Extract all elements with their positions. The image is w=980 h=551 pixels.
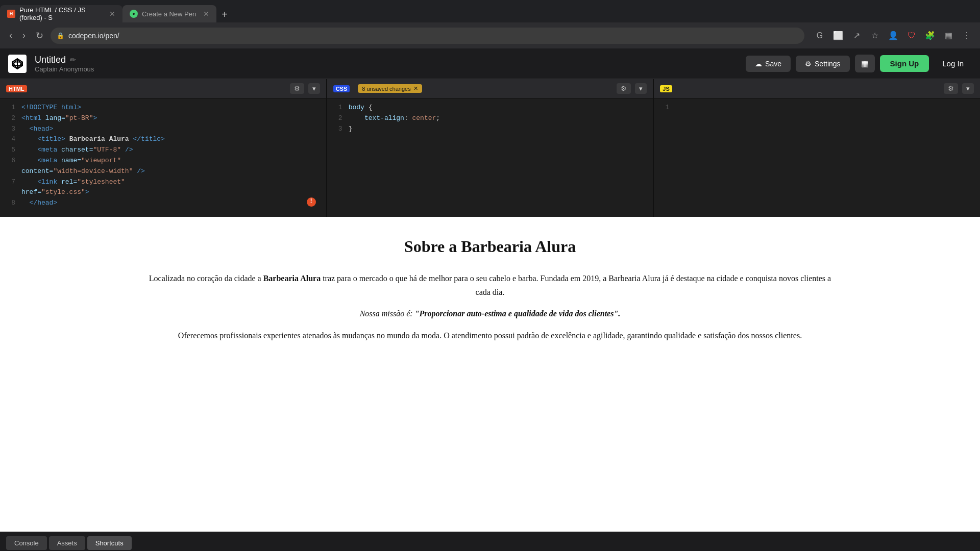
- js-expand-btn[interactable]: ▾: [962, 83, 974, 94]
- css-panel-actions: ⚙ ▾: [617, 83, 647, 94]
- extensions-icon[interactable]: 🧩: [923, 29, 937, 43]
- css-code-area[interactable]: 1body { 2 text-align: center; 3}: [327, 98, 653, 217]
- css-panel: CSS 8 unsaved changes ✕ ⚙ ▾ 1body { 2 te…: [327, 79, 654, 217]
- js-panel: JS ⚙ ▾ 1: [654, 79, 980, 217]
- pen-author: Captain Anonymous: [35, 65, 738, 73]
- cloud-icon: ☁: [755, 60, 762, 68]
- tab-label-inactive: Create a New Pen: [142, 10, 196, 18]
- preview-para1: Localizada no coração da cidade a Barbea…: [143, 271, 837, 299]
- error-indicator: !: [307, 197, 316, 207]
- layout-button[interactable]: ▦: [855, 55, 875, 72]
- code-line: 1<!DOCTYPE html>: [6, 103, 320, 113]
- preview-area: Sobre a Barbearia Alura Localizada no co…: [0, 217, 980, 532]
- css-panel-header: CSS 8 unsaved changes ✕ ⚙ ▾: [327, 79, 653, 98]
- new-tab-button[interactable]: +: [216, 9, 233, 20]
- code-line: 8 </head>: [6, 198, 320, 209]
- js-settings-btn[interactable]: ⚙: [944, 83, 958, 94]
- assets-tab[interactable]: Assets: [49, 536, 85, 550]
- reload-button[interactable]: ↻: [33, 28, 46, 43]
- bottom-bar: Console Assets Shortcuts: [0, 532, 980, 551]
- html-tab-icon: H: [7, 10, 15, 18]
- code-line: href="style.css">: [6, 187, 320, 198]
- codepen-header: Untitled ✏ Captain Anonymous ☁ Save ⚙ Se…: [0, 48, 980, 79]
- browser-actions: G ⬜ ↗ ☆ 👤 🛡 🧩 ▦ ⋮: [813, 29, 974, 43]
- tab-bar: H Pure HTML / CSS / JS (forked) - S ✕ ● …: [0, 0, 980, 22]
- code-line: 3 <head>: [6, 124, 320, 135]
- translate-icon[interactable]: ⬜: [831, 29, 845, 43]
- shortcuts-tab[interactable]: Shortcuts: [87, 536, 132, 550]
- google-icon[interactable]: G: [813, 29, 827, 43]
- editors-row: HTML ⚙ ▾ 1<!DOCTYPE html> 2<html lang="p…: [0, 79, 980, 217]
- code-line: 5 <meta charset="UTF-8" />: [6, 145, 320, 156]
- back-button[interactable]: ‹: [6, 28, 15, 43]
- tab-close-inactive[interactable]: ✕: [203, 10, 209, 18]
- code-line: 6 <meta name="viewport": [6, 156, 320, 166]
- preview-title: Sobre a Barbearia Alura: [143, 237, 837, 256]
- preview-content: Sobre a Barbearia Alura Localizada no co…: [122, 217, 857, 363]
- code-line: 1body {: [333, 103, 647, 113]
- mission-italic: "Proporcionar auto-estima e qualidade de…: [415, 309, 621, 318]
- url-text: codepen.io/pen/: [68, 32, 119, 40]
- code-line: 7 <link rel="stylesheet": [6, 177, 320, 188]
- js-panel-header: JS ⚙ ▾: [654, 79, 980, 98]
- mission-text: "Proporcionar auto-estima e qualidade de…: [415, 309, 621, 318]
- code-line: content="width=device-width" />: [6, 166, 320, 177]
- gear-icon: ⚙: [805, 60, 812, 68]
- css-expand-btn[interactable]: ▾: [635, 83, 647, 94]
- preview-para3: Oferecemos profissionais experientes ate…: [143, 329, 837, 342]
- code-line: 1: [660, 103, 974, 113]
- css-settings-btn[interactable]: ⚙: [617, 83, 631, 94]
- bookmark-icon[interactable]: ☆: [868, 29, 882, 43]
- header-actions: ☁ Save ⚙ Settings ▦ Sign Up Log In: [746, 55, 972, 72]
- menu-icon[interactable]: ⋮: [960, 29, 974, 43]
- profile-icon[interactable]: 👤: [886, 29, 900, 43]
- html-code-area[interactable]: 1<!DOCTYPE html> 2<html lang="pt-BR"> 3 …: [0, 98, 326, 217]
- code-line: 2 text-align: center;: [333, 113, 647, 124]
- signup-button[interactable]: Sign Up: [880, 55, 929, 72]
- codepen-logo[interactable]: [8, 55, 27, 73]
- css-badge: CSS: [333, 85, 350, 92]
- html-badge: HTML: [6, 85, 27, 92]
- code-line: 2<html lang="pt-BR">: [6, 113, 320, 124]
- preview-bold: Barbearia Alura: [263, 274, 321, 283]
- forward-button[interactable]: ›: [19, 28, 29, 43]
- tab-active[interactable]: H Pure HTML / CSS / JS (forked) - S ✕: [0, 5, 122, 22]
- address-bar: ‹ › ↻ 🔒 codepen.io/pen/ G ⬜ ↗ ☆ 👤 🛡 🧩 ▦ …: [0, 22, 980, 48]
- code-line: 3}: [333, 124, 647, 135]
- share-icon[interactable]: ↗: [849, 29, 864, 43]
- codepen-tab-icon: ●: [130, 10, 138, 18]
- mission-prefix: Nossa missão é:: [360, 309, 413, 318]
- adblock-icon[interactable]: 🛡: [904, 29, 919, 43]
- html-settings-btn[interactable]: ⚙: [290, 83, 304, 94]
- settings-button[interactable]: ⚙ Settings: [796, 56, 850, 72]
- console-tab[interactable]: Console: [6, 536, 47, 550]
- tab-close-active[interactable]: ✕: [109, 10, 115, 18]
- html-panel-header: HTML ⚙ ▾: [0, 79, 326, 98]
- url-box[interactable]: 🔒 codepen.io/pen/: [51, 28, 804, 44]
- pen-title: Untitled ✏: [35, 55, 738, 65]
- html-panel-actions: ⚙ ▾: [290, 83, 320, 94]
- tab-inactive[interactable]: ● Create a New Pen ✕: [122, 5, 216, 22]
- html-panel: HTML ⚙ ▾ 1<!DOCTYPE html> 2<html lang="p…: [0, 79, 327, 217]
- js-panel-actions: ⚙ ▾: [944, 83, 974, 94]
- media-icon[interactable]: ▦: [941, 29, 955, 43]
- unsaved-badge: 8 unsaved changes ✕: [358, 84, 422, 93]
- tab-label-active: Pure HTML / CSS / JS (forked) - S: [19, 6, 102, 21]
- save-button[interactable]: ☁ Save: [746, 56, 791, 72]
- main-content: HTML ⚙ ▾ 1<!DOCTYPE html> 2<html lang="p…: [0, 79, 980, 532]
- edit-title-icon[interactable]: ✏: [70, 56, 76, 64]
- js-code-area[interactable]: 1: [654, 98, 980, 217]
- preview-mission: Nossa missão é: "Proporcionar auto-estim…: [143, 309, 837, 318]
- pen-info: Untitled ✏ Captain Anonymous: [35, 55, 738, 73]
- html-expand-btn[interactable]: ▾: [308, 83, 320, 94]
- browser-chrome: H Pure HTML / CSS / JS (forked) - S ✕ ● …: [0, 0, 980, 48]
- lock-icon: 🔒: [57, 32, 64, 39]
- js-badge: JS: [660, 85, 672, 92]
- login-button[interactable]: Log In: [934, 55, 972, 72]
- unsaved-close[interactable]: ✕: [413, 85, 418, 92]
- code-line: 4 <title> Barbearia Alura </title>: [6, 134, 320, 145]
